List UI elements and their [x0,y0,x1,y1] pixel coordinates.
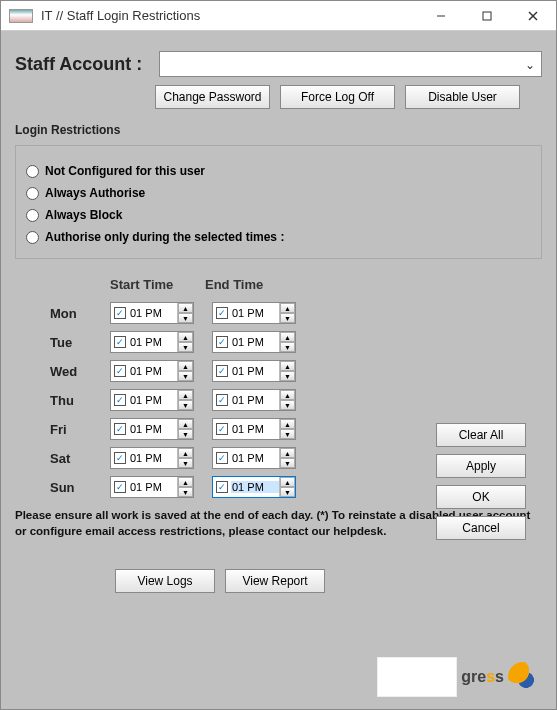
spin-up-icon[interactable]: ▲ [280,419,295,429]
start-time-input[interactable]: ✓01 PM▲▼ [110,476,194,498]
start-time-input[interactable]: ✓01 PM▲▼ [110,389,194,411]
end-time-input[interactable]: ✓01 PM▲▼ [212,447,296,469]
spin-down-icon[interactable]: ▼ [280,342,295,352]
start-time-input[interactable]: ✓01 PM▲▼ [110,418,194,440]
checkbox-icon[interactable]: ✓ [114,394,126,406]
day-label: Mon [50,306,110,321]
spin-up-icon[interactable]: ▲ [178,477,193,487]
end-time-input[interactable]: ✓01 PM▲▼ [212,476,296,498]
spinner[interactable]: ▲▼ [177,390,193,410]
end-time-input[interactable]: ✓01 PM▲▼ [212,302,296,324]
window-frame: IT // Staff Login Restrictions Staff Acc… [0,0,557,710]
view-report-button[interactable]: View Report [225,569,325,593]
spinner[interactable]: ▲▼ [177,303,193,323]
spin-up-icon[interactable]: ▲ [280,303,295,313]
spin-down-icon[interactable]: ▼ [280,313,295,323]
spin-up-icon[interactable]: ▲ [178,448,193,458]
spin-up-icon[interactable]: ▲ [280,361,295,371]
radio-always-block[interactable]: Always Block [26,208,531,222]
spin-down-icon[interactable]: ▼ [178,400,193,410]
radio-authorise-times[interactable]: Authorise only during the selected times… [26,230,531,244]
close-button[interactable] [510,1,556,31]
spinner[interactable]: ▲▼ [279,332,295,352]
apply-button[interactable]: Apply [436,454,526,478]
account-row: Staff Account : ⌄ [15,51,542,77]
spinner[interactable]: ▲▼ [279,361,295,381]
end-time-input[interactable]: ✓01 PM▲▼ [212,331,296,353]
start-time-input[interactable]: ✓01 PM▲▼ [110,302,194,324]
staff-account-combo[interactable]: ⌄ [159,51,542,77]
spin-up-icon[interactable]: ▲ [280,390,295,400]
cancel-button[interactable]: Cancel [436,516,526,540]
clear-all-button[interactable]: Clear All [436,423,526,447]
spin-down-icon[interactable]: ▼ [280,429,295,439]
spin-down-icon[interactable]: ▼ [178,487,193,497]
start-time-input[interactable]: ✓01 PM▲▼ [110,331,194,353]
start-time-input[interactable]: ✓01 PM▲▼ [110,447,194,469]
spin-up-icon[interactable]: ▲ [280,332,295,342]
time-value: 01 PM [231,365,279,377]
force-logoff-button[interactable]: Force Log Off [280,85,395,109]
day-label: Tue [50,335,110,350]
spinner[interactable]: ▲▼ [279,303,295,323]
staff-account-label: Staff Account : [15,54,155,75]
checkbox-icon[interactable]: ✓ [114,307,126,319]
radio-always-authorise[interactable]: Always Authorise [26,186,531,200]
spinner[interactable]: ▲▼ [177,419,193,439]
checkbox-icon[interactable]: ✓ [114,365,126,377]
spinner[interactable]: ▲▼ [279,448,295,468]
spin-down-icon[interactable]: ▼ [178,371,193,381]
checkbox-icon[interactable]: ✓ [216,423,228,435]
spinner[interactable]: ▲▼ [177,361,193,381]
ok-button[interactable]: OK [436,485,526,509]
spin-down-icon[interactable]: ▼ [280,458,295,468]
time-value: 01 PM [129,481,177,493]
time-table-header: Start Time End Time [15,277,542,292]
checkbox-icon[interactable]: ✓ [216,394,228,406]
spin-up-icon[interactable]: ▲ [178,361,193,371]
time-value: 01 PM [129,423,177,435]
end-time-input[interactable]: ✓01 PM▲▼ [212,418,296,440]
maximize-button[interactable] [464,1,510,31]
view-logs-button[interactable]: View Logs [115,569,215,593]
spin-down-icon[interactable]: ▼ [178,313,193,323]
checkbox-icon[interactable]: ✓ [216,336,228,348]
spin-down-icon[interactable]: ▼ [280,400,295,410]
spin-up-icon[interactable]: ▲ [178,390,193,400]
spin-down-icon[interactable]: ▼ [280,487,295,497]
checkbox-icon[interactable]: ✓ [216,365,228,377]
spin-up-icon[interactable]: ▲ [178,303,193,313]
logo-swoosh-icon [508,662,538,692]
spinner[interactable]: ▲▼ [177,448,193,468]
spinner[interactable]: ▲▼ [177,477,193,497]
minimize-button[interactable] [418,1,464,31]
checkbox-icon[interactable]: ✓ [114,423,126,435]
radio-not-configured[interactable]: Not Configured for this user [26,164,531,178]
logo-area: gress [377,657,538,697]
spin-up-icon[interactable]: ▲ [280,448,295,458]
change-password-button[interactable]: Change Password [155,85,270,109]
start-time-input[interactable]: ✓01 PM▲▼ [110,360,194,382]
spinner[interactable]: ▲▼ [279,477,295,497]
radio-label: Always Authorise [45,186,145,200]
spin-down-icon[interactable]: ▼ [178,458,193,468]
checkbox-icon[interactable]: ✓ [216,452,228,464]
spin-down-icon[interactable]: ▼ [280,371,295,381]
spin-down-icon[interactable]: ▼ [178,429,193,439]
time-value: 01 PM [231,336,279,348]
disable-user-button[interactable]: Disable User [405,85,520,109]
checkbox-icon[interactable]: ✓ [216,481,228,493]
end-time-input[interactable]: ✓01 PM▲▼ [212,360,296,382]
spin-up-icon[interactable]: ▲ [280,477,295,487]
checkbox-icon[interactable]: ✓ [216,307,228,319]
checkbox-icon[interactable]: ✓ [114,452,126,464]
spin-up-icon[interactable]: ▲ [178,332,193,342]
spinner[interactable]: ▲▼ [279,419,295,439]
end-time-input[interactable]: ✓01 PM▲▼ [212,389,296,411]
spinner[interactable]: ▲▼ [177,332,193,352]
spin-down-icon[interactable]: ▼ [178,342,193,352]
checkbox-icon[interactable]: ✓ [114,336,126,348]
checkbox-icon[interactable]: ✓ [114,481,126,493]
spin-up-icon[interactable]: ▲ [178,419,193,429]
spinner[interactable]: ▲▼ [279,390,295,410]
